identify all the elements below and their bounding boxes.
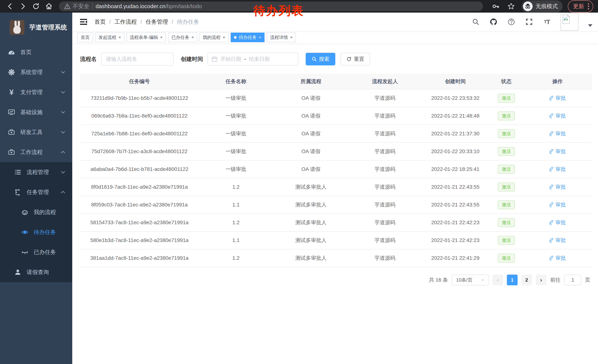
starter-cell: 芋道源码 — [349, 89, 421, 107]
help-icon[interactable] — [507, 18, 515, 26]
breadcrumb-workflow[interactable]: 工作流程 — [115, 18, 137, 26]
created-time-cell: 2022-01-21 22:43:55 — [421, 196, 490, 214]
edit-pencil-icon — [549, 185, 554, 189]
avatar[interactable] — [561, 13, 578, 31]
end-date-placeholder[interactable]: 结束日期 — [249, 56, 270, 63]
starter-cell: 芋道源码 — [349, 178, 421, 196]
approve-button[interactable]: 审批 — [549, 148, 566, 155]
browser-back-icon[interactable] — [5, 1, 15, 11]
table-row: 725a1eb6-7b88-11ec-8ef0-acde48001122 一级审… — [80, 125, 592, 143]
status-cell: 激活 — [490, 143, 523, 160]
created-time-cell: 2022-01-21 22:42:23 — [421, 231, 490, 249]
github-icon[interactable] — [490, 18, 498, 26]
approve-button[interactable]: 审批 — [549, 95, 566, 102]
action-cell: 审批 — [523, 89, 592, 107]
tab[interactable]: 待办任务 × — [231, 32, 265, 42]
sidebar-item-system[interactable]: 系统管理 — [0, 62, 72, 82]
page-size-select[interactable]: 10条/页 ∨ — [452, 275, 489, 285]
tab[interactable]: 首页 × — [77, 32, 93, 42]
created-time-cell: 2022-01-22 21:48:48 — [421, 107, 490, 125]
process-cell: 测试多审批人 — [273, 178, 349, 196]
sidebar-item-infra[interactable]: 基础设施 — [0, 102, 72, 122]
tab-close-icon[interactable]: × — [160, 35, 163, 40]
tab-close-icon[interactable]: × — [223, 35, 225, 40]
date-range-picker[interactable]: 开始日期 - 结束日期 — [208, 53, 298, 65]
browser-forward-icon[interactable] — [18, 1, 28, 11]
sidebar-item-home[interactable]: 首页 — [0, 42, 72, 62]
page-button-2[interactable]: 2 — [521, 275, 532, 285]
sidebar-logo[interactable]: 芋道管理系统 — [0, 13, 72, 42]
approve-button[interactable]: 审批 — [549, 255, 566, 262]
tab-close-icon[interactable]: × — [259, 35, 261, 40]
tags-view: 首页 × 发起流程 × 流程表单-编辑 × 已办任务 × 我的流程 — [72, 31, 598, 44]
approve-button[interactable]: 审批 — [549, 166, 566, 173]
sidebar-item-task-mgmt[interactable]: 任务管理 — [0, 182, 72, 202]
tab-close-icon[interactable]: × — [290, 35, 292, 40]
browser-reload-icon[interactable] — [31, 1, 41, 11]
edit-pencil-icon — [549, 167, 554, 172]
avatar-caret-icon[interactable] — [588, 24, 592, 27]
task-id-cell: 069c6a63-7b8a-11ec-8ef0-acde48001122 — [80, 107, 199, 125]
created-time-cell: 2022-01-22 23:53:32 — [421, 89, 490, 107]
browser-menu-icon[interactable] — [588, 3, 589, 9]
search-button[interactable]: 搜索 — [306, 53, 335, 65]
reset-button[interactable]: 重置 — [341, 53, 370, 65]
search-icon[interactable] — [472, 18, 480, 26]
approve-button[interactable]: 审批 — [549, 130, 566, 137]
tab[interactable]: 流程详情 × — [267, 32, 296, 42]
font-size-icon[interactable]: TT — [543, 18, 551, 26]
tab[interactable]: 已办任务 × — [168, 32, 197, 42]
sidebar-item-workflow[interactable]: 工作流程 — [0, 142, 72, 162]
list-tree-icon — [14, 169, 22, 176]
approve-button[interactable]: 审批 — [549, 112, 566, 119]
start-date-placeholder[interactable]: 开始日期 — [220, 56, 241, 63]
sidebar-item-leave-query[interactable]: 请假查询 — [0, 262, 72, 282]
goto-label: 前往 — [550, 276, 561, 283]
task-id-cell: 8f059c03-7ac8-11ec-a9e2-a2380e71991a — [80, 196, 199, 214]
key-icon[interactable] — [490, 1, 501, 11]
sidebar-collapse-icon[interactable] — [80, 18, 88, 26]
bookmark-star-icon[interactable] — [506, 1, 516, 11]
task-name-cell: 一级审批 — [199, 160, 273, 178]
incognito-icon — [523, 1, 533, 11]
approve-button[interactable]: 审批 — [549, 184, 566, 191]
task-name-cell: 一级审批 — [199, 107, 273, 125]
process-cell: OA 请假 — [273, 107, 349, 125]
approve-button[interactable]: 审批 — [549, 201, 566, 208]
screen: 不安全 dashboard.yudao.iocoder.cn/bpm/task/… — [0, 0, 598, 364]
robot-face-icon — [21, 209, 29, 216]
breadcrumb-task-mgmt[interactable]: 任务管理 — [146, 18, 168, 26]
sidebar-item-my-process[interactable]: 我的流程 — [0, 202, 72, 222]
col-process: 所属流程 — [273, 74, 349, 89]
tab[interactable]: 我的流程 × — [199, 32, 229, 42]
next-page-button[interactable]: › — [536, 275, 547, 285]
process-cell: OA 请假 — [273, 143, 349, 160]
starter-cell: 芋道源码 — [349, 143, 421, 160]
status-cell: 激活 — [490, 249, 523, 267]
browser-home-icon[interactable] — [44, 1, 54, 11]
breadcrumb-home[interactable]: 首页 — [94, 18, 106, 26]
approve-button[interactable]: 审批 — [549, 237, 566, 244]
total-count: 共 16 条 — [429, 276, 448, 283]
browser-update-button[interactable]: 更新 — [568, 0, 593, 12]
sidebar-item-process-mgmt[interactable]: 流程管理 — [0, 162, 72, 182]
tab-close-icon[interactable]: × — [119, 35, 121, 40]
page-button-1[interactable]: 1 — [507, 275, 518, 285]
sidebar-item-devtools[interactable]: 研发工具 — [0, 122, 72, 142]
approve-button[interactable]: 审批 — [549, 219, 566, 226]
sidebar-item-payment[interactable]: ¥ 支付管理 — [0, 82, 72, 102]
sidebar-item-done-tasks[interactable]: 已办任务 — [0, 242, 72, 262]
fullscreen-icon[interactable] — [525, 18, 533, 26]
process-name-input[interactable] — [101, 53, 173, 65]
eye-closed-icon — [21, 249, 29, 256]
sidebar-item-todo-tasks[interactable]: 待办任务 — [0, 222, 72, 242]
prev-page-button[interactable]: ‹ — [492, 275, 503, 285]
goto-page-input[interactable] — [564, 275, 581, 285]
security-status[interactable]: 不安全 — [64, 3, 89, 10]
table-row: 381aa1dd-7ac8-11ec-a9e2-a2380e71991a 1.2… — [80, 249, 592, 267]
tab-close-icon[interactable]: × — [191, 35, 194, 40]
table-row: 8f059c03-7ac8-11ec-a9e2-a2380e71991a 1.1… — [80, 196, 592, 214]
action-cell: 审批 — [523, 196, 592, 214]
tab[interactable]: 流程表单-编辑 × — [126, 32, 166, 42]
tab[interactable]: 发起流程 × — [95, 32, 124, 42]
